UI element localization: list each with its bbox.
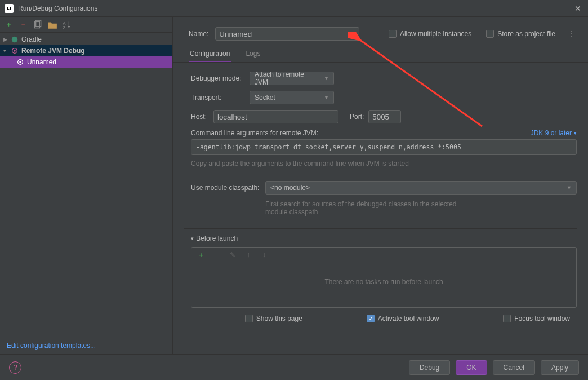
- tree-item-gradle[interactable]: ▶ Gradle: [0, 34, 172, 45]
- before-launch-label: Before launch: [196, 235, 238, 242]
- dropdown-value: Attach to remote JVM: [255, 70, 319, 86]
- tree-item-label: Remote JVM Debug: [21, 47, 85, 55]
- module-hint: First search for sources of the debugged…: [265, 200, 468, 216]
- remote-debug-icon: [16, 58, 25, 66]
- module-classpath-label: Use module classpath:: [191, 184, 265, 192]
- tab-configuration[interactable]: Configuration: [189, 46, 231, 62]
- remote-debug-icon: [10, 47, 19, 55]
- transport-label: Transport:: [191, 94, 250, 101]
- cmdline-label: Command line arguments for remote JVM:: [191, 129, 318, 137]
- before-launch-empty: There are no tasks to run before launch: [191, 262, 576, 307]
- activate-tool-window-checkbox[interactable]: ✓ Activate tool window: [367, 315, 439, 322]
- jdk-version-dropdown[interactable]: JDK 9 or later ▾: [531, 129, 577, 137]
- chevron-down-icon: ▼: [324, 76, 329, 81]
- cmdline-input[interactable]: -agentlib:jdwp=transport=dt_socket,serve…: [191, 139, 577, 155]
- transport-dropdown[interactable]: Socket ▼: [250, 91, 334, 104]
- name-label: Name:: [189, 30, 208, 38]
- config-tree: ▶ Gradle ▾ Remote JVM Debug Unnamed: [0, 33, 172, 337]
- titlebar: IJ Run/Debug Configurations ✕: [0, 0, 588, 17]
- cancel-button[interactable]: Cancel: [493, 360, 535, 375]
- chevron-down-icon: ▼: [324, 95, 329, 100]
- svg-text:Z: Z: [63, 25, 65, 29]
- sidebar: ＋ － AZ ▶ Gradle ▾: [0, 17, 173, 354]
- dropdown-value: Socket: [255, 94, 275, 101]
- folder-icon[interactable]: [47, 20, 57, 30]
- more-options-icon[interactable]: ⋮: [565, 30, 577, 38]
- store-as-project-checkbox[interactable]: Store as project file: [486, 30, 555, 38]
- tree-item-label: Gradle: [21, 36, 42, 43]
- debugger-mode-dropdown[interactable]: Attach to remote JVM ▼: [250, 72, 334, 85]
- debugger-mode-label: Debugger mode:: [191, 74, 250, 82]
- chevron-down-icon: ▼: [567, 185, 572, 191]
- remove-task-icon[interactable]: －: [212, 250, 222, 260]
- tab-logs[interactable]: Logs: [244, 46, 261, 62]
- cmdline-hint: Copy and paste the arguments to the comm…: [191, 160, 577, 167]
- sort-icon[interactable]: AZ: [62, 20, 72, 30]
- checkbox-label: Allow multiple instances: [400, 30, 471, 38]
- checkbox-label: Focus tool window: [514, 315, 570, 322]
- ok-button[interactable]: OK: [456, 360, 487, 375]
- app-icon: IJ: [5, 4, 14, 13]
- chevron-down-icon: ▾: [191, 236, 194, 241]
- focus-tool-window-checkbox[interactable]: Focus tool window: [503, 315, 570, 322]
- port-label: Port:: [350, 113, 364, 121]
- close-icon[interactable]: ✕: [572, 2, 583, 15]
- sidebar-toolbar: ＋ － AZ: [0, 17, 172, 33]
- module-classpath-dropdown[interactable]: <no module> ▼: [265, 181, 577, 195]
- host-label: Host:: [191, 113, 213, 121]
- before-launch-box: ＋ － ✎ ↑ ↓ There are no tasks to run befo…: [191, 247, 577, 308]
- edit-task-icon[interactable]: ✎: [228, 250, 238, 260]
- checkbox-label: Show this page: [256, 315, 302, 322]
- window-title: Run/Debug Configurations: [18, 5, 572, 12]
- add-icon[interactable]: ＋: [3, 20, 14, 30]
- show-this-page-checkbox[interactable]: Show this page: [245, 315, 302, 322]
- edit-templates-link[interactable]: Edit configuration templates...: [0, 337, 172, 354]
- main-panel: Name: Allow multiple instances Store as …: [173, 17, 588, 354]
- host-input[interactable]: [213, 110, 338, 123]
- copy-icon[interactable]: [33, 20, 43, 30]
- config-tabs: Configuration Logs: [173, 46, 588, 63]
- name-input[interactable]: [215, 27, 359, 41]
- move-down-icon[interactable]: ↓: [259, 250, 269, 260]
- bottom-bar: ? Debug OK Cancel Apply: [0, 354, 588, 380]
- svg-point-6: [14, 50, 16, 52]
- chevron-down-icon: ▾: [574, 130, 577, 136]
- tree-item-remote-jvm[interactable]: ▾ Remote JVM Debug: [0, 45, 172, 56]
- help-icon[interactable]: ?: [9, 361, 21, 374]
- debug-button[interactable]: Debug: [409, 360, 450, 375]
- svg-point-8: [19, 61, 21, 63]
- dropdown-value: <no module>: [270, 184, 310, 192]
- port-input[interactable]: [368, 110, 401, 123]
- remove-icon[interactable]: －: [18, 20, 28, 30]
- tree-item-label: Unnamed: [27, 58, 56, 66]
- jdk-link-label: JDK 9 or later: [531, 129, 572, 137]
- allow-multiple-checkbox[interactable]: Allow multiple instances: [389, 30, 471, 38]
- tree-item-unnamed[interactable]: Unnamed: [0, 56, 172, 68]
- add-task-icon[interactable]: ＋: [196, 250, 206, 260]
- gradle-icon: [10, 36, 19, 43]
- chevron-down-icon: ▾: [3, 48, 10, 54]
- chevron-right-icon: ▶: [3, 37, 10, 42]
- checkbox-label: Store as project file: [497, 30, 555, 38]
- move-up-icon[interactable]: ↑: [243, 250, 253, 260]
- apply-button[interactable]: Apply: [541, 360, 579, 375]
- svg-point-4: [12, 37, 18, 43]
- checkbox-label: Activate tool window: [378, 315, 439, 322]
- before-launch-section[interactable]: ▾ Before launch: [173, 235, 588, 242]
